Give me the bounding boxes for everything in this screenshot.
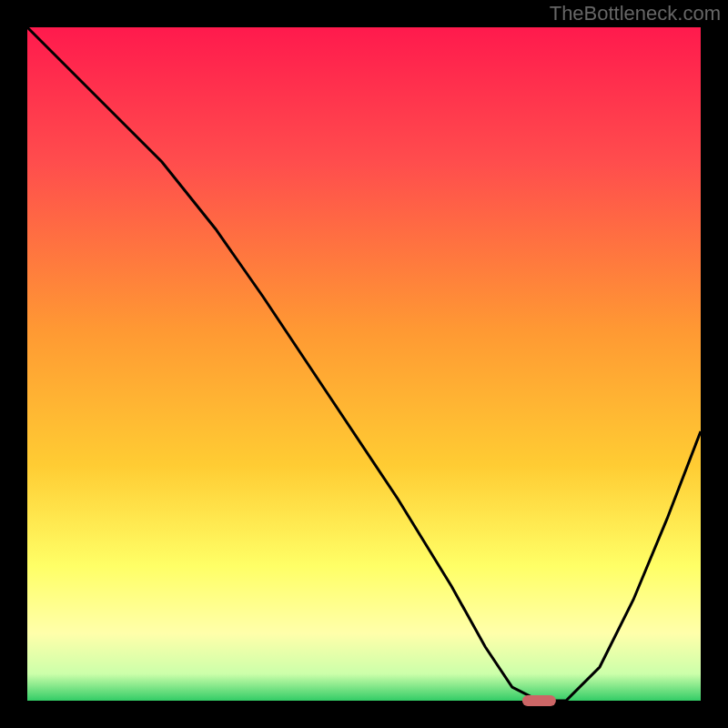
watermark-text: TheBottleneck.com — [550, 2, 721, 25]
chart-root: TheBottleneck.com — [0, 0, 728, 728]
optimal-marker — [522, 695, 556, 706]
